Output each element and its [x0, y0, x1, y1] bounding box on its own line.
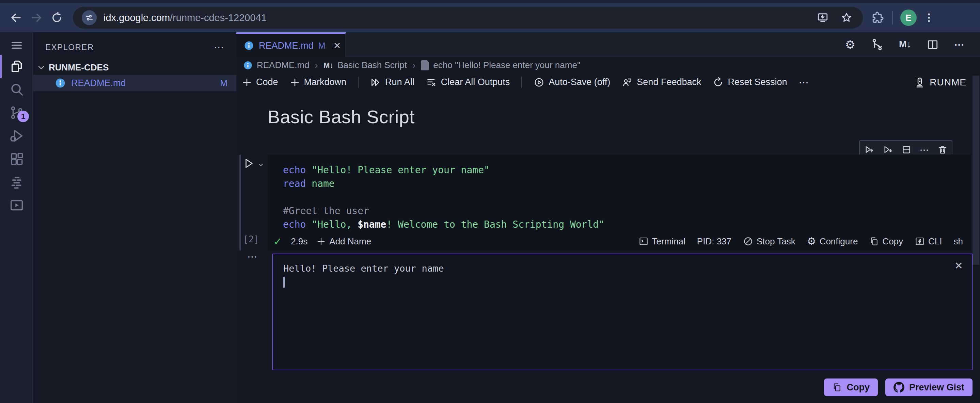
add-markdown-button[interactable]: Markdown — [290, 77, 347, 87]
forward-icon[interactable] — [29, 10, 44, 25]
output-footer: Copy Preview Gist — [272, 379, 972, 396]
code-editor[interactable]: echo "Hello! Please enter your name"read… — [267, 154, 971, 232]
delete-cell-icon[interactable] — [937, 144, 948, 155]
bookmark-star-icon[interactable] — [839, 10, 854, 25]
configure-button[interactable]: ⚙ Configure — [807, 236, 858, 247]
autosave-toggle[interactable]: Auto-Save (off) — [534, 77, 610, 88]
feedback-icon — [622, 77, 633, 88]
cell-more-icon[interactable]: ⋯ — [920, 144, 930, 155]
breadcrumb-section[interactable]: Basic Bash Script — [337, 60, 407, 70]
sidebar-item-explorer[interactable] — [0, 56, 33, 77]
more-actions-icon[interactable]: ⋯ — [954, 38, 965, 50]
url-text: idx.google.com/runme-cdes-1220041 — [103, 12, 267, 24]
info-icon — [243, 60, 253, 70]
output-line: Hello! Please enter your name — [283, 262, 962, 274]
scm-badge: 1 — [18, 111, 29, 122]
tab-bar: README.md M ✕ ⚙ M↓ ⋯ — [236, 32, 980, 57]
editor-scrollbar[interactable] — [972, 76, 979, 265]
add-code-button[interactable]: Code — [242, 77, 278, 87]
plus-icon — [317, 236, 326, 246]
run-above-icon[interactable] — [864, 144, 875, 155]
file-name: README.md — [71, 78, 126, 89]
install-app-icon[interactable] — [815, 10, 830, 25]
send-feedback-button[interactable]: Send Feedback — [622, 77, 701, 88]
split-editor-icon[interactable] — [926, 38, 939, 51]
browser-menu-icon[interactable] — [922, 12, 936, 24]
preview-gist-button[interactable]: Preview Gist — [885, 379, 972, 396]
sidebar-item-preview[interactable] — [0, 194, 33, 216]
code-cell[interactable]: echo "Hello! Please enter your name"read… — [267, 154, 971, 251]
editor-area: README.md M ✕ ⚙ M↓ ⋯ README.md — [236, 32, 980, 403]
cell-status-bar: ✓ 2.9s Add Name Terminal PID: 337 — [267, 232, 971, 251]
run-below-icon[interactable] — [883, 144, 894, 155]
run-cell-button[interactable] — [242, 157, 255, 170]
markdown-cell-icon: M↓ — [323, 61, 333, 70]
dashed-lines-icon[interactable] — [0, 171, 33, 193]
explorer-panel: EXPLORER ⋯ RUNME-CDES README.md M — [33, 32, 236, 403]
activity-bar: 1 — [0, 32, 33, 403]
plus-icon — [242, 77, 252, 87]
sidebar-item-run-debug[interactable] — [0, 125, 33, 147]
autosave-icon — [534, 77, 544, 88]
close-icon[interactable]: ✕ — [333, 41, 341, 51]
url-bar[interactable]: idx.google.com/runme-cdes-1220041 — [73, 7, 863, 29]
explorer-more-icon[interactable]: ⋯ — [214, 41, 225, 53]
terminal-button[interactable]: Terminal — [638, 236, 686, 247]
avatar[interactable]: E — [900, 10, 917, 26]
toolbar-more-icon[interactable]: ⋯ — [799, 76, 810, 88]
back-icon[interactable] — [8, 10, 24, 25]
tab-readme[interactable]: README.md M ✕ — [236, 32, 346, 57]
browser-tabstrip — [0, 0, 980, 3]
pid-label: PID: 337 — [697, 236, 732, 247]
github-icon — [894, 382, 904, 393]
reset-icon — [713, 77, 724, 88]
copy-icon — [869, 236, 879, 246]
sidebar-item-source-control[interactable]: 1 — [0, 102, 33, 124]
cli-button[interactable]: CLI — [915, 236, 942, 247]
gear-icon[interactable]: ⚙ — [845, 38, 855, 51]
language-indicator[interactable]: sh — [954, 236, 963, 247]
markdown-heading: Basic Bash Script — [268, 106, 415, 127]
clear-outputs-button[interactable]: Clear All Outputs — [426, 77, 510, 88]
stop-icon — [743, 236, 753, 246]
app-window: idx.google.com/runme-cdes-1220041 E — [0, 0, 980, 403]
file-row-readme[interactable]: README.md M — [33, 75, 236, 91]
chevron-down-icon — [37, 63, 46, 72]
close-output-icon[interactable]: ✕ — [955, 260, 963, 271]
success-check-icon: ✓ — [274, 236, 282, 248]
output-more-icon[interactable]: ⋯ — [247, 251, 258, 262]
info-icon — [55, 78, 66, 89]
run-all-button[interactable]: Run All — [370, 77, 414, 88]
menu-hamburger-icon[interactable] — [0, 36, 33, 54]
reset-session-button[interactable]: Reset Session — [713, 77, 787, 88]
toolbar-divider — [521, 77, 522, 88]
breadcrumb-separator: › — [315, 60, 318, 71]
add-name-button[interactable]: Add Name — [317, 236, 371, 247]
run-options-chevron-icon[interactable] — [257, 161, 265, 169]
workspace-root[interactable]: RUNME-CDES — [33, 60, 236, 75]
copy-output-button[interactable]: Copy — [824, 379, 878, 396]
stop-task-button[interactable]: Stop Task — [743, 236, 795, 247]
run-all-icon — [370, 77, 381, 88]
copy-icon — [832, 382, 842, 392]
breadcrumb-cell[interactable]: echo "Hello! Please enter your name" — [433, 60, 580, 70]
toolbar-divider — [358, 77, 359, 88]
terminal-cursor — [283, 277, 285, 288]
compare-changes-icon[interactable] — [870, 38, 884, 51]
site-settings-icon[interactable] — [82, 10, 97, 25]
notebook-content: Basic Bash Script ⋯ — [236, 91, 980, 403]
terminal-output[interactable]: Hello! Please enter your name ✕ — [272, 254, 972, 370]
code-lines: echo "Hello! Please enter your name"read… — [283, 163, 964, 232]
gear-icon: ⚙ — [807, 236, 816, 246]
markdown-preview-icon[interactable]: M↓ — [899, 39, 911, 50]
explorer-title: EXPLORER — [45, 43, 94, 52]
copy-cell-button[interactable]: Copy — [869, 236, 903, 247]
split-cell-icon[interactable] — [901, 144, 912, 155]
sidebar-item-search[interactable] — [0, 79, 33, 100]
reload-icon[interactable] — [49, 10, 65, 25]
extensions-puzzle-icon[interactable] — [870, 10, 885, 25]
breadcrumb-file[interactable]: README.md — [257, 60, 310, 70]
cell-focus-indicator — [239, 154, 241, 251]
sidebar-item-extensions[interactable] — [0, 148, 33, 170]
file-icon — [421, 60, 429, 70]
